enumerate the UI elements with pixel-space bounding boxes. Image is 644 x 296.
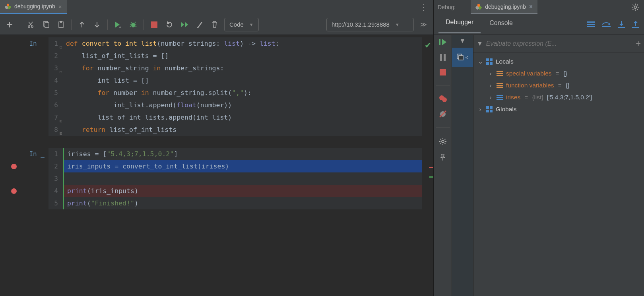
cell-prompt: In _: [24, 37, 48, 136]
expand-icon[interactable]: ›: [488, 94, 493, 101]
mute-breakpoints-button[interactable]: [439, 110, 447, 118]
breakpoint-icon[interactable]: [11, 164, 17, 169]
svg-rect-3: [45, 23, 49, 27]
console-tab[interactable]: Console: [482, 16, 520, 33]
svg-rect-12: [602, 26, 611, 27]
list-icon: [497, 95, 503, 100]
debug-body: ▼ < ▼ + ⌄ Locals › spec: [434, 35, 644, 296]
chevron-down-icon[interactable]: ▼: [460, 37, 466, 44]
stop-button[interactable]: [440, 69, 446, 75]
clear-output-button[interactable]: [192, 17, 207, 32]
resume-button[interactable]: [439, 38, 446, 46]
svg-point-8: [634, 6, 636, 8]
breakpoint-icon[interactable]: [11, 188, 17, 194]
group-icon: [497, 71, 503, 76]
run-all-button[interactable]: [177, 17, 192, 32]
expand-icon[interactable]: ⌄: [477, 58, 483, 65]
variables-tree: ⌄ Locals › special variables = {} › func…: [473, 52, 644, 118]
expand-icon[interactable]: ›: [477, 106, 483, 113]
more-tabs-icon[interactable]: ⋮: [414, 2, 433, 12]
chevron-down-icon[interactable]: ▼: [477, 40, 483, 47]
line-gutter: 1 2 3 4 5: [48, 148, 63, 209]
var-irises[interactable]: › irises = {list} ['5.4,3;7,1.5,0.2']: [476, 91, 642, 103]
scope-locals[interactable]: ⌄ Locals: [476, 56, 642, 68]
chevron-down-icon: ▼: [249, 22, 254, 27]
expand-icon[interactable]: ›: [488, 70, 493, 77]
step-into-icon[interactable]: [618, 21, 625, 29]
svg-rect-24: [459, 56, 463, 60]
breakpoint-gutter[interactable]: [4, 148, 24, 209]
svg-rect-10: [587, 24, 595, 25]
move-down-button[interactable]: [90, 17, 104, 32]
cell-type-select[interactable]: Code ▼: [224, 18, 259, 31]
mini-map[interactable]: [429, 75, 433, 273]
debug-file-label: debugging.ipynb: [485, 4, 526, 10]
scope-icon: [486, 106, 493, 112]
svg-rect-14: [632, 27, 639, 28]
svg-point-20: [442, 97, 447, 102]
breakpoint-gutter[interactable]: [4, 37, 24, 136]
svg-rect-18: [440, 69, 446, 75]
jupyter-icon: [475, 4, 482, 10]
variables-panel: ▼ + ⌄ Locals › special variables = {}: [473, 35, 644, 296]
svg-point-22: [442, 140, 444, 143]
debug-config-tab[interactable]: debugging.ipynb ×: [471, 0, 537, 14]
debug-settings-button[interactable]: [439, 137, 447, 145]
line-gutter: 1⊟ 2 3⊟ 4 5 6 7⊞ 8⊞: [48, 37, 63, 136]
code-cell[interactable]: In _ 1⊟ 2 3⊟ 4 5 6 7⊞ 8⊞ def convert_to_…: [0, 37, 433, 136]
svg-rect-4: [59, 22, 63, 27]
move-up-button[interactable]: [75, 17, 89, 32]
expand-toolbar-icon[interactable]: ≫: [416, 21, 431, 28]
frame-row[interactable]: <: [452, 48, 473, 67]
code-cell[interactable]: In _ 1 2 3 4 5 irises = ["5.4,3;7,1.5,0.…: [0, 148, 433, 209]
editor-tab[interactable]: debugging.ipynb ×: [0, 0, 67, 14]
server-select[interactable]: http://10.32.1.29:8888 ▼: [326, 18, 414, 31]
var-special[interactable]: › special variables = {}: [476, 68, 642, 79]
step-over-icon[interactable]: [602, 21, 611, 29]
paste-button[interactable]: [54, 17, 68, 32]
delete-cell-button[interactable]: [208, 17, 222, 32]
svg-rect-5: [60, 21, 62, 23]
editor-area: In _ 1⊟ 2 3⊟ 4 5 6 7⊞ 8⊞ def convert_to_…: [0, 35, 433, 296]
editor-pane: debugging.ipynb × ⋮: [0, 0, 433, 296]
code-body[interactable]: def convert_to_int_list(number_strings: …: [63, 37, 422, 136]
run-cell-button[interactable]: [111, 17, 125, 32]
server-url-label: http://10.32.1.29:8888: [332, 21, 390, 28]
svg-rect-13: [618, 27, 625, 28]
cut-button[interactable]: [23, 17, 38, 32]
interrupt-button[interactable]: [147, 17, 161, 32]
cell-type-label: Code: [229, 21, 244, 28]
layout-icon[interactable]: [587, 21, 595, 29]
debugger-tab[interactable]: Debugger: [438, 15, 481, 33]
add-cell-button[interactable]: [2, 17, 17, 32]
debug-label: Debug:: [438, 4, 456, 10]
view-breakpoints-button[interactable]: [439, 95, 447, 102]
jupyter-icon: [5, 3, 11, 10]
scope-globals[interactable]: › Globals: [476, 103, 642, 115]
debug-cell-button[interactable]: [126, 17, 140, 32]
add-watch-button[interactable]: +: [636, 39, 641, 49]
svg-point-0: [28, 25, 30, 27]
evaluate-row: ▼ +: [473, 35, 644, 52]
settings-icon[interactable]: [631, 3, 639, 11]
debug-pane: Debug: debugging.ipynb × Debugger Consol…: [433, 0, 644, 296]
chevron-down-icon: ▼: [395, 22, 400, 27]
debug-header: Debug: debugging.ipynb ×: [434, 0, 644, 14]
svg-rect-11: [587, 26, 595, 27]
code-body[interactable]: irises = ["5.4,3;7,1.5,0.2"] iris_inputs…: [63, 148, 422, 209]
frames-icon: [457, 54, 464, 61]
svg-rect-7: [151, 21, 157, 28]
tab-label: debugging.ipynb: [14, 3, 55, 10]
pin-button[interactable]: [439, 153, 446, 161]
svg-rect-9: [587, 21, 595, 23]
var-function[interactable]: › function variables = {}: [476, 79, 642, 91]
copy-button[interactable]: [39, 17, 53, 32]
expand-icon[interactable]: ›: [488, 82, 493, 89]
evaluate-input[interactable]: [486, 40, 632, 47]
close-icon[interactable]: ×: [529, 3, 533, 10]
pause-button[interactable]: [440, 54, 446, 61]
restart-button[interactable]: [162, 17, 177, 32]
step-out-icon[interactable]: [632, 21, 639, 29]
close-tab-icon[interactable]: ×: [58, 3, 62, 10]
cell-prompt: In _: [24, 148, 48, 209]
